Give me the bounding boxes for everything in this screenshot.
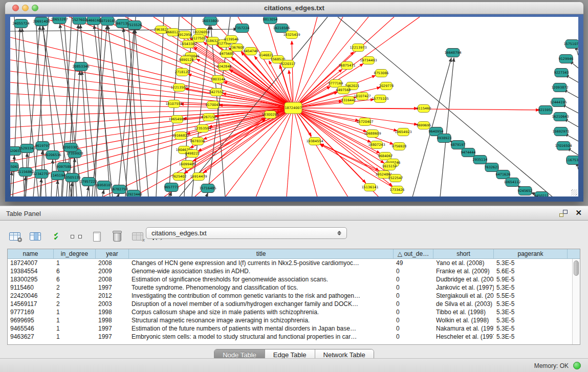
network-node[interactable]: 15716485: [199, 184, 216, 193]
network-node[interactable]: 24055724: [12, 19, 29, 28]
network-node[interactable]: 15775105: [372, 95, 388, 103]
network-node[interactable]: 8753086: [374, 70, 389, 77]
network-node[interactable]: 1167535: [566, 156, 578, 165]
network-node[interactable]: 12444195: [550, 98, 567, 107]
close-panel-icon[interactable]: ✕: [575, 208, 582, 217]
new-column-icon[interactable]: [89, 229, 104, 244]
network-node[interactable]: 9227343: [554, 69, 569, 77]
network-node[interactable]: 8938923: [437, 134, 452, 143]
table-row[interactable]: 946554611997Estimation of the future num…: [8, 324, 580, 333]
network-node[interactable]: 7515526: [127, 21, 142, 30]
scrollbar-thumb[interactable]: [574, 260, 579, 276]
network-node[interactable]: 12353594: [194, 125, 211, 133]
network-node[interactable]: 16958107: [95, 181, 112, 190]
network-node[interactable]: 16648794: [444, 49, 461, 57]
network-node[interactable]: 19654923: [395, 128, 411, 136]
network-node[interactable]: 16033809: [202, 17, 219, 26]
table-row[interactable]: 969969511998Structural magnetic resonanc…: [8, 316, 580, 324]
table-row[interactable]: 977716911998Corpus callosum shape and si…: [8, 308, 580, 316]
column-header-out_de[interactable]: △ out_de…: [394, 249, 433, 258]
network-node[interactable]: 10688609: [364, 130, 381, 138]
network-node[interactable]: 18724007: [285, 102, 302, 114]
network-node[interactable]: 7357224: [235, 24, 250, 33]
network-node[interactable]: 8475685: [220, 50, 234, 58]
network-node[interactable]: 8912954: [178, 31, 192, 39]
network-node[interactable]: 1615152: [382, 163, 397, 170]
network-node[interactable]: 6879197: [451, 141, 466, 149]
network-node[interactable]: 15720407: [356, 118, 373, 126]
memory-status-icon[interactable]: [573, 362, 581, 369]
network-node[interactable]: 13505135: [63, 173, 80, 182]
network-node[interactable]: 12213973: [350, 44, 366, 52]
network-node[interactable]: 12342757: [33, 170, 50, 179]
network-node[interactable]: 20206536: [44, 151, 61, 160]
table-vertical-scrollbar[interactable]: [572, 259, 580, 344]
network-node[interactable]: 9097588: [57, 163, 72, 171]
table-row[interactable]: 1938455462009Genome-wide association stu…: [8, 267, 580, 275]
network-node[interactable]: 7632621: [485, 163, 499, 172]
table-row[interactable]: 1872400712008Changes of HCN gene express…: [8, 259, 580, 267]
network-node[interactable]: 8427552: [209, 89, 224, 96]
network-node[interactable]: 10654112: [504, 178, 520, 187]
table-options-icon[interactable]: [7, 229, 23, 244]
network-node[interactable]: 16914479: [190, 173, 207, 181]
delete-column-icon[interactable]: [110, 229, 125, 244]
table-row[interactable]: 2242004622012Investigating the contribut…: [8, 292, 580, 300]
network-node[interactable]: 8813054: [263, 17, 278, 24]
network-node[interactable]: 9115460: [417, 105, 431, 113]
network-node[interactable]: 12213500: [170, 84, 187, 92]
network-node[interactable]: 8267150: [202, 114, 216, 121]
column-header-pagerank[interactable]: pagerank: [494, 249, 568, 258]
table-row[interactable]: 946362711997Embryonic stem cells: a mode…: [8, 333, 580, 341]
table-row[interactable]: 1456911722003Disruption of a novel membe…: [8, 300, 580, 308]
network-node[interactable]: 15136141: [361, 184, 378, 191]
network-canvas[interactable]: 1872400724055724206914061065328715276026…: [10, 17, 578, 196]
network-node[interactable]: 1733426: [390, 186, 405, 194]
network-node[interactable]: 2522547: [388, 174, 403, 182]
network-node[interactable]: 7625402: [172, 173, 187, 181]
network-node[interactable]: 9498222: [185, 150, 200, 158]
network-node[interactable]: 9699695: [417, 122, 431, 129]
network-node[interactable]: 9890128: [179, 56, 194, 64]
table-row[interactable]: 911546021997Tourette syndrome. Phenomeno…: [8, 283, 580, 292]
column-visibility-icon[interactable]: [28, 229, 43, 244]
network-node[interactable]: 9474444: [461, 148, 476, 157]
row-options-icon[interactable]: [69, 229, 84, 244]
network-node[interactable]: 12923448: [125, 190, 142, 197]
float-panel-icon[interactable]: [559, 210, 568, 217]
network-node[interactable]: 8220317: [281, 60, 296, 68]
network-node[interactable]: 20503305: [62, 143, 79, 152]
network-node[interactable]: 9756928: [392, 143, 407, 150]
table-selector-dropdown[interactable]: citations_edges.txt: [146, 227, 347, 239]
network-node[interactable]: 17957223: [80, 178, 97, 186]
column-header-title[interactable]: title: [129, 249, 394, 258]
network-node[interactable]: 9450212: [534, 192, 549, 197]
network-node[interactable]: 10107427: [354, 93, 371, 100]
network-node[interactable]: 11156862: [17, 168, 34, 177]
canvas-resize-grip[interactable]: [571, 189, 577, 195]
network-node[interactable]: 6471626: [496, 170, 511, 179]
network-node[interactable]: 15293343: [18, 144, 35, 153]
table-row[interactable]: 1830029562008Estimation of significance …: [8, 275, 580, 283]
network-node[interactable]: 15692971: [552, 127, 569, 136]
network-node[interactable]: 17016504: [555, 142, 572, 150]
network-node[interactable]: 8454749: [244, 48, 258, 55]
network-node[interactable]: 9215953: [538, 106, 553, 115]
network-node[interactable]: 1145194: [51, 171, 66, 180]
network-node[interactable]: 8678334: [190, 138, 205, 145]
window-titlebar[interactable]: citations_edges.txt: [5, 2, 583, 14]
network-node[interactable]: 15751074: [563, 40, 578, 49]
network-node[interactable]: 16210643: [552, 113, 569, 121]
network-node[interactable]: 9657771: [164, 183, 179, 192]
network-node[interactable]: 10653287: [51, 17, 68, 24]
column-header-name[interactable]: name: [8, 249, 54, 258]
network-node[interactable]: 1527602: [72, 17, 87, 25]
select-all-icon[interactable]: ✔✔: [48, 229, 63, 244]
network-node[interactable]: 2029778: [379, 82, 394, 90]
network-node[interactable]: 9129946: [559, 55, 574, 63]
network-node[interactable]: 20853346: [72, 62, 89, 71]
column-header-in_degree[interactable]: in_degree: [54, 249, 96, 258]
network-node[interactable]: 6497568: [336, 86, 351, 94]
column-header-short[interactable]: short: [433, 249, 494, 258]
network-node[interactable]: 2803144: [211, 76, 226, 83]
